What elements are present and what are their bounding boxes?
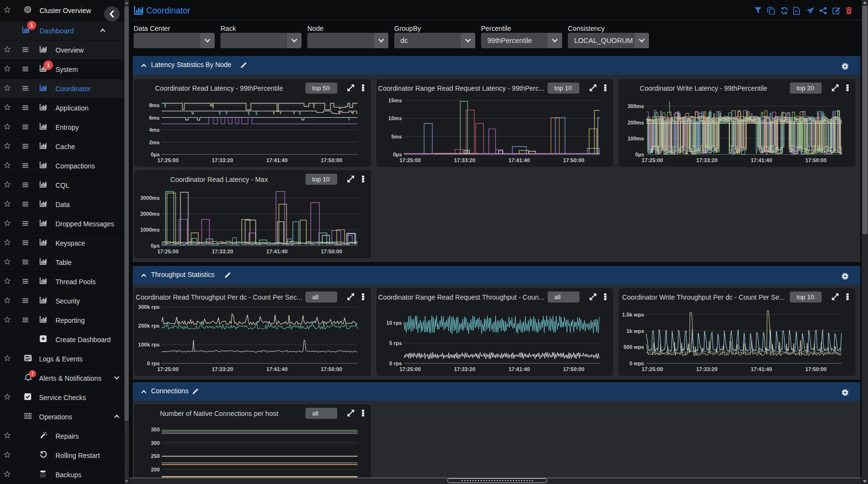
svg-text:5 rps: 5 rps (389, 340, 402, 346)
svg-text:1k wps: 1k wps (626, 328, 644, 334)
svg-text:17:33:20: 17:33:20 (212, 157, 233, 163)
svg-text:17:50:00: 17:50:00 (563, 157, 584, 163)
svg-text:0 rps: 0 rps (147, 360, 160, 366)
svg-text:17:50:00: 17:50:00 (563, 366, 584, 372)
svg-text:300ms: 300ms (628, 103, 644, 109)
svg-text:1000ms: 1000ms (140, 227, 160, 233)
svg-text:17:50:00: 17:50:00 (805, 157, 827, 163)
svg-text:100k rps: 100k rps (138, 342, 160, 347)
svg-text:17:25:00: 17:25:00 (157, 366, 179, 372)
svg-text:17:50:00: 17:50:00 (805, 366, 827, 372)
svg-text:300: 300 (151, 440, 160, 446)
svg-text:2000ms: 2000ms (140, 211, 160, 217)
svg-text:17:33:20: 17:33:20 (212, 249, 233, 254)
svg-text:0µs: 0µs (151, 152, 160, 157)
svg-text:0 wps: 0 wps (629, 360, 644, 366)
svg-text:500 wps: 500 wps (623, 344, 644, 350)
svg-text:17:33:20: 17:33:20 (696, 157, 717, 163)
svg-text:0 rps: 0 rps (389, 360, 402, 366)
svg-text:0µs: 0µs (635, 152, 644, 157)
svg-text:200ms: 200ms (628, 120, 644, 125)
svg-text:17:41:40: 17:41:40 (509, 366, 530, 372)
svg-text:0µs: 0µs (393, 152, 402, 157)
svg-text:2ms: 2ms (149, 139, 160, 145)
svg-text:17:41:40: 17:41:40 (266, 157, 288, 163)
svg-text:17:41:40: 17:41:40 (266, 366, 288, 372)
svg-text:15ms: 15ms (388, 97, 402, 103)
svg-text:4ms: 4ms (149, 127, 160, 133)
svg-text:17:25:00: 17:25:00 (400, 366, 421, 372)
svg-text:300k rps: 300k rps (138, 304, 160, 310)
svg-text:17:25:00: 17:25:00 (642, 157, 663, 163)
svg-text:200k rps: 200k rps (138, 323, 160, 329)
svg-text:350: 350 (151, 427, 160, 432)
svg-text:8ms: 8ms (149, 102, 160, 108)
svg-text:17:50:00: 17:50:00 (321, 249, 342, 254)
svg-text:17:25:00: 17:25:00 (400, 157, 421, 163)
svg-text:17:41:40: 17:41:40 (266, 249, 288, 254)
svg-text:17:41:40: 17:41:40 (751, 157, 772, 163)
svg-text:3000ms: 3000ms (140, 195, 160, 201)
svg-text:17:33:20: 17:33:20 (212, 366, 233, 372)
svg-text:17:33:20: 17:33:20 (696, 366, 717, 372)
svg-text:17:33:20: 17:33:20 (454, 157, 475, 163)
svg-text:17:41:40: 17:41:40 (509, 157, 530, 163)
svg-text:6ms: 6ms (149, 115, 160, 121)
svg-text:17:25:00: 17:25:00 (157, 249, 179, 254)
svg-text:200: 200 (151, 467, 160, 472)
svg-text:1.5k wps: 1.5k wps (622, 312, 644, 318)
svg-text:5ms: 5ms (391, 134, 402, 139)
svg-text:10ms: 10ms (388, 115, 402, 121)
svg-text:0µs: 0µs (151, 243, 160, 249)
svg-text:17:41:40: 17:41:40 (751, 366, 772, 372)
svg-text:250: 250 (151, 453, 160, 459)
svg-text:17:33:20: 17:33:20 (454, 366, 475, 372)
svg-text:100ms: 100ms (628, 136, 644, 141)
svg-text:10 rps: 10 rps (386, 320, 402, 326)
svg-text:17:25:00: 17:25:00 (642, 366, 663, 372)
svg-text:17:50:00: 17:50:00 (321, 366, 342, 372)
svg-text:17:25:00: 17:25:00 (157, 157, 179, 163)
svg-text:17:50:00: 17:50:00 (321, 157, 342, 163)
